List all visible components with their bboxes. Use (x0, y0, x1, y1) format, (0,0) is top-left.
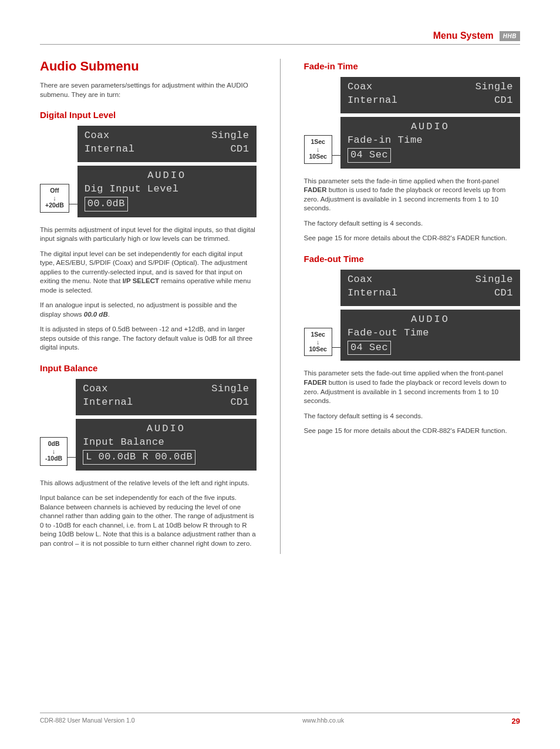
down-arrow-icon: ↓ (53, 195, 56, 201)
lcd-top-left: Coax Internal (83, 382, 133, 409)
right-column: Fade-in Time 1Sec ↓ 10Sec Coax Internal … (304, 59, 521, 554)
range-bottom: 10Sec (309, 153, 327, 161)
body-text: The factory default setting is 4 seconds… (304, 219, 521, 229)
section-title: Menu System (433, 31, 494, 41)
lcd-menu: AUDIO (348, 313, 513, 327)
range-top: Off (50, 187, 59, 195)
connector-line (332, 155, 340, 156)
body-text: If an analogue input is selected, no adj… (40, 301, 257, 319)
lcd-top: Coax Internal Single CD1 (340, 77, 520, 113)
lcd-bottom: AUDIO Input Balance L 00.0dB R 00.0dB (76, 419, 256, 471)
heading-input-balance: Input Balance (40, 363, 257, 373)
lcd-block-fade-in: 1Sec ↓ 10Sec Coax Internal Single CD1 AU… (304, 77, 521, 169)
range-bottom: -10dB (45, 455, 62, 463)
connector-line (68, 457, 76, 458)
left-column: Audio Submenu There are seven parameters… (40, 59, 257, 554)
heading-fade-in: Fade-in Time (304, 61, 521, 71)
body-text: See page 15 for more details about the C… (304, 234, 521, 243)
lcd-top-right: Single CD1 (211, 382, 249, 409)
lcd-top-right: Single CD1 (475, 80, 513, 108)
body-text: See page 15 for more details about the C… (304, 426, 521, 436)
down-arrow-icon: ↓ (52, 448, 56, 455)
connector-line (332, 347, 340, 348)
lcd-value: 00.0dB (85, 197, 128, 211)
header-rule (40, 44, 520, 45)
connector-line (69, 204, 77, 204)
down-arrow-icon: ↓ (316, 339, 320, 345)
down-arrow-icon: ↓ (316, 146, 320, 153)
range-box: Off ↓ +20dB (40, 184, 69, 212)
lcd-top: Coax Internal Single CD1 (340, 270, 520, 306)
lcd-value: L 00.0dB R 00.0dB (83, 450, 195, 465)
body-text: This permits adjustment of input level f… (40, 226, 257, 244)
heading-digital-input: Digital Input Level (40, 110, 257, 120)
page-footer: CDR-882 User Manual Version 1.0 www.hhb.… (40, 713, 520, 726)
lcd-block-input-balance: 0dB ↓ -10dB Coax Internal Single CD1 AUD… (40, 379, 257, 471)
lcd-block-fade-out: 1Sec ↓ 10Sec Coax Internal Single CD1 AU… (304, 270, 521, 361)
range-box: 1Sec ↓ 10Sec (304, 328, 332, 356)
page-number: 29 (512, 717, 520, 726)
range-box: 0dB ↓ -10dB (40, 437, 68, 465)
lcd-top-right: Single CD1 (211, 129, 249, 156)
body-text: Input balance can be set independently f… (40, 493, 257, 548)
intro-text: There are seven parameters/settings for … (40, 81, 257, 99)
range-bottom: 10Sec (309, 345, 327, 354)
range-top: 1Sec (311, 331, 325, 339)
range-box: 1Sec ↓ 10Sec (304, 135, 332, 163)
page-header: Menu System HHB (40, 31, 520, 41)
page-title: Audio Submenu (40, 59, 257, 74)
lcd-bottom: AUDIO Fade-out Time 04 Sec (340, 310, 520, 361)
lcd-value: 04 Sec (348, 341, 391, 355)
lcd-menu: AUDIO (348, 120, 513, 134)
lcd-top: Coax Internal Single CD1 (76, 379, 256, 415)
footer-center: www.hhb.co.uk (302, 717, 344, 726)
lcd-top-left: Coax Internal (348, 80, 398, 108)
lcd-block-digital-input: Off ↓ +20dB Coax Internal Single CD1 AUD… (40, 126, 257, 217)
heading-fade-out: Fade-out Time (304, 254, 521, 264)
lcd-menu: AUDIO (83, 422, 249, 436)
range-bottom: +20dB (45, 201, 64, 210)
body-text: It is adjusted in steps of 0.5dB between… (40, 325, 257, 352)
lcd-top-left: Coax Internal (348, 273, 398, 300)
body-text: The digital input level can be set indep… (40, 250, 257, 295)
footer-rule (40, 713, 520, 713)
footer-left: CDR-882 User Manual Version 1.0 (40, 717, 135, 726)
body-text: This parameter sets the fade-in time app… (304, 177, 521, 213)
range-top: 0dB (48, 440, 60, 448)
lcd-top-right: Single CD1 (475, 273, 513, 300)
lcd-param: Input Balance (83, 436, 249, 449)
lcd-param: Dig Input Level (85, 183, 249, 196)
lcd-bottom: AUDIO Dig Input Level 00.0dB (77, 166, 257, 217)
body-text: The factory default setting is 4 seconds… (304, 412, 521, 421)
column-divider (280, 59, 281, 554)
body-text: This allows adjustment of the relative l… (40, 479, 257, 488)
lcd-bottom: AUDIO Fade-in Time 04 Sec (340, 117, 520, 169)
lcd-menu: AUDIO (85, 169, 249, 183)
lcd-value: 04 Sec (348, 148, 391, 163)
lcd-param: Fade-in Time (348, 134, 513, 147)
brand-badge: HHB (500, 31, 520, 41)
lcd-top: Coax Internal Single CD1 (77, 126, 257, 162)
lcd-top-left: Coax Internal (85, 129, 135, 156)
body-text: This parameter sets the fade-out time ap… (304, 369, 521, 405)
lcd-param: Fade-out Time (348, 327, 513, 340)
range-top: 1Sec (311, 138, 325, 146)
